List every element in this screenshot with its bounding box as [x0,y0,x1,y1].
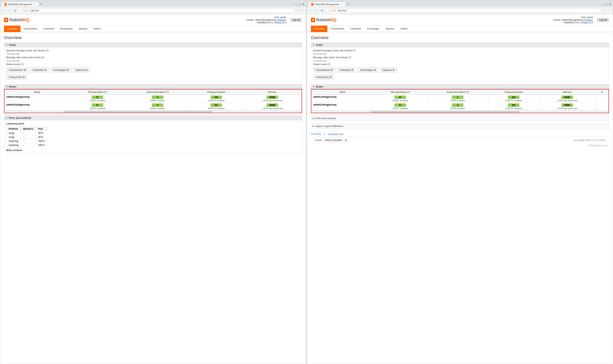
url-field-2[interactable]: ⚠ 不安全 :15674/#/ [325,8,602,13]
nav-tabs-1: Overview Connections Channels Exchanges … [0,26,306,32]
minimize-btn-1[interactable]: — [295,3,297,6]
forward-btn-1[interactable]: → [7,9,12,13]
menu-icon-1[interactable]: ⋮ [301,9,304,13]
node-socket-1a: 0 89908 available [125,95,190,103]
node-filedesc-2b: 57 100001 available [373,103,427,110]
node-erlang-2b: 201 1048576 available [488,103,539,110]
node-filedesc-1a: 57 100001 available [69,95,126,103]
tab-admin-1[interactable]: Admin [90,26,104,32]
maximize-btn-2[interactable]: □ [606,3,607,6]
nodes-scrollbar-2[interactable] [311,110,609,113]
cluster-change-link-2[interactable]: (change) [584,19,593,21]
idle-1b: Currently idle [6,60,300,62]
node-memory-2b: 59MB 1.4GB high watermark [539,103,595,110]
listening-ports-label-1: Listening ports [6,122,300,125]
command-line-link-2[interactable]: Command Line [328,133,343,136]
nodes-scrollbar-1[interactable] [4,110,302,113]
count-queues-2: Queues: 0 [380,67,397,73]
minimize-btn-2[interactable]: — [602,3,604,6]
tab-queues-1[interactable]: Queues [76,26,91,32]
tab-admin-2[interactable]: Admin [397,26,411,32]
app-header-1: R RabbitMQ. User: guest Cluster: rabbit1… [0,14,306,26]
tab-overview-2[interactable]: Overview [311,26,327,32]
tab-connections-1[interactable]: Connections [21,26,40,32]
tab-close-1[interactable]: ✕ [34,3,36,6]
http-api-link-2[interactable]: HTTP API [311,133,321,136]
cluster-change-link-1[interactable]: (change) [277,19,286,21]
logout-btn-1[interactable]: Log out [290,18,302,22]
count-channels-2: Channels: 0 [337,67,356,73]
node-socket-1b: 0 89908 available [125,103,190,110]
node-name-1a: rabbit1@dingjiaxiong [5,95,69,103]
ports-tri-2: ▶ [313,117,314,119]
node-name-2a: rabbit1@dingjiaxiong [311,95,373,103]
counts-row-2b: Consumers: 0 [313,74,607,80]
url-field-1[interactable]: ⚠ 不安全 15672/#/ [18,8,295,13]
count-connections-1: Connections: 0 [6,67,28,73]
ports-expand-2[interactable]: ▶ Ports and contexts [311,116,609,121]
update-select-2[interactable]: every 5 seconds every 10 seconds every 3… [323,138,347,142]
bookmark-icon-2[interactable]: ☆ [603,9,607,13]
import-expand-2[interactable]: ▶ Import / export definitions [311,123,609,129]
ports-header-1[interactable]: ▼ Ports and contexts [4,116,302,120]
toolbar-icons-2: ☆ ⋮ [603,9,611,13]
maximize-btn-1[interactable]: □ [299,3,301,6]
ports-arrow-1: ▼ [6,117,8,119]
nodes-table-wrapper-1: Name File descriptors (?) Socket descrip… [4,89,302,113]
count-exchanges-2: Exchanges: 8 [358,67,378,73]
tab-title-1: RabbitMQ Management [8,3,32,6]
logout-btn-2[interactable]: Log out [597,18,609,22]
ports-table-1: Protocol Bound to Port amqp::5673 [6,127,47,147]
refresh-btn-1[interactable]: ↻ [13,8,17,13]
totals-section-2: ▼ Totals Queued messages (chart: last mi… [311,42,609,82]
node-filedesc-2a: 57 100001 available [373,95,427,103]
totals-section-1: ▼ Totals Queued messages (chart: last mi… [4,42,302,82]
tab-2[interactable]: R RabbitMQ Management ✕ [309,2,345,7]
tab-connections-2[interactable]: Connections [327,26,347,32]
node-row-1b: rabbit2@dingjiaxiong 57 100001 available… [5,103,302,110]
tab-title-2: RabbitMQ Management [315,3,339,6]
totals-body-2: Queued messages (chart: last minute) (?)… [311,47,609,82]
forward-btn-2[interactable]: → [314,9,319,13]
window-controls-2: — □ ✕ [602,3,611,6]
node-erlang-1b: 201 1048576 available [190,103,243,110]
app-header-2: R RabbitMQ. User: guest Cluster: rabbit2… [307,14,613,26]
nodes-header-1[interactable]: ▼ Nodes [4,84,302,89]
counts-row-2: Connections: 0 Channels: 0 Exchanges: 8 … [313,67,607,73]
nodes-header-2[interactable]: ▼ Nodes [311,84,609,89]
tab-channels-1[interactable]: Channels [40,26,57,32]
tab-overview-1[interactable]: Overview [4,26,21,32]
tab-add-2[interactable]: + [346,2,350,6]
tab-add-1[interactable]: + [39,2,43,6]
nodes-arrow-2: ▼ [313,86,315,88]
nodes-table-1: Name File descriptors (?) Socket descrip… [4,90,302,110]
nodes-section-2: ▼ Nodes Name File descriptors (?) Socket… [311,84,609,113]
col-memory-2: Memory [539,90,595,95]
toolbar-icons-1: ☆ ⋮ [296,9,304,13]
port-row-2: amqp::5674 [6,135,47,139]
node-d-2b [595,103,608,110]
close-btn-2[interactable]: ✕ [609,3,611,6]
back-btn-2[interactable]: ← [309,9,313,13]
close-btn-1[interactable]: ✕ [302,3,304,6]
tab-exchanges-1[interactable]: Exchanges [57,26,76,32]
count-exchanges-1: Exchanges: 8 [51,67,71,73]
tab-queues-2[interactable]: Queues [383,26,398,32]
queued-messages-row-2: Queued messages (chart: last minute) (?) [313,49,607,52]
bookmark-icon-1[interactable]: ☆ [296,9,300,13]
back-btn-1[interactable]: ← [2,9,6,13]
logo-1: R RabbitMQ. [4,17,30,22]
totals-header-2[interactable]: ▼ Totals [311,42,609,47]
refresh-btn-2[interactable]: ↻ [320,8,324,13]
tab-channels-2[interactable]: Channels [347,26,364,32]
node-erlang-1a: 232 1048576 available [190,95,243,103]
node-socket-2b: 0 89908 available [427,103,488,110]
menu-icon-2[interactable]: ⋮ [607,9,611,13]
idle-2a: Currently idle [313,53,607,55]
tab-close-2[interactable]: ✕ [341,3,343,6]
tab-1[interactable]: R RabbitMQ Management ✕ [2,2,39,7]
queued-messages-row-1: Queued messages (chart: last minute) (?) [6,49,300,52]
tab-exchanges-2[interactable]: Exchanges [364,26,382,32]
port-row-4: clustering::25674 [6,143,47,147]
totals-header-1[interactable]: ▼ Totals [4,42,302,47]
